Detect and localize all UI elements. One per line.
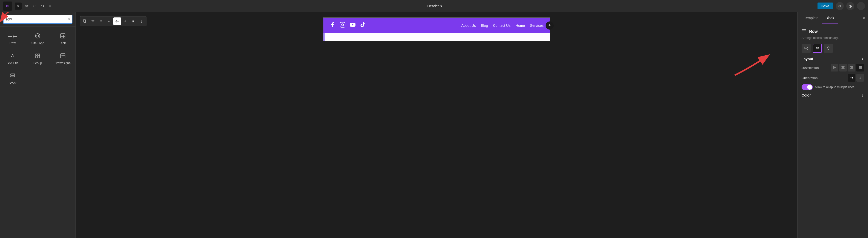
site-title-icon <box>10 53 16 60</box>
block-toolbar: + ■ ⋮ <box>80 16 147 26</box>
header-title-button[interactable]: Header ▾ <box>428 4 442 8</box>
layout-section-header: Layout ▲ <box>802 57 864 61</box>
instagram-icon <box>340 22 346 29</box>
search-box: × <box>0 12 75 27</box>
block-variant-row <box>802 44 864 53</box>
align-tool-button[interactable] <box>89 18 97 25</box>
block-grid: ⊣⊢ Row Site Logo Table <box>0 27 75 91</box>
canvas-area: + ■ ⋮ <box>76 12 797 238</box>
top-bar-right: Save ⚙ ◑ ⋮ <box>817 2 865 10</box>
wrap-toggle-switch[interactable] <box>802 84 813 90</box>
svg-point-25 <box>101 22 101 22</box>
block-label-group: Group <box>34 61 42 65</box>
justification-controls <box>831 64 864 71</box>
justification-label: Justification <box>802 66 819 70</box>
logo-text: DI <box>6 4 9 8</box>
block-item-table[interactable]: Table <box>50 29 75 49</box>
annotation-arrow-add-btn <box>730 53 770 78</box>
variant-row-button[interactable] <box>813 44 822 53</box>
left-align-tool-button[interactable] <box>113 18 121 25</box>
more-options-button[interactable]: ⋮ <box>857 2 865 10</box>
color-more-button[interactable]: ⋮ <box>861 93 864 97</box>
variant-link-button[interactable] <box>802 44 811 53</box>
block-item-group[interactable]: Group <box>25 49 51 69</box>
top-bar-center: Header ▾ <box>55 4 815 8</box>
just-right-button[interactable] <box>848 64 856 71</box>
more-tool-button[interactable]: ⋮ <box>137 18 145 25</box>
save-button[interactable]: Save <box>817 2 833 9</box>
site-preview: About Us Blog Contact Us Home Services + <box>323 17 550 41</box>
block-label-site-logo: Site Logo <box>31 41 44 45</box>
block-item-crowdsignal[interactable]: Crowdsignal <box>50 49 75 69</box>
layout-title: Layout <box>802 57 813 61</box>
svg-marker-59 <box>860 79 861 79</box>
block-item-site-title[interactable]: Site Title <box>0 49 25 69</box>
duplicate-tool-button[interactable] <box>81 18 89 25</box>
orient-horizontal-button[interactable] <box>848 74 856 82</box>
undo-button[interactable]: ↩ <box>32 2 37 9</box>
svg-point-2 <box>37 35 39 37</box>
move-up-tool-button[interactable] <box>105 18 113 25</box>
search-input[interactable] <box>3 14 72 24</box>
main-layout: × ⊣⊢ Row Site Logo <box>0 12 868 238</box>
close-editor-button[interactable]: × <box>14 2 22 9</box>
nav-blog: Blog <box>481 24 488 28</box>
search-clear-button[interactable]: × <box>68 17 70 22</box>
svg-rect-30 <box>340 22 345 27</box>
block-label-row: Row <box>9 41 16 45</box>
wrap-toggle-row: Allow to wrap to multiple lines <box>802 84 864 90</box>
svg-rect-17 <box>83 20 86 22</box>
right-panel-body: Row Arrange blocks horizontally. Layout … <box>798 24 868 105</box>
svg-marker-57 <box>852 77 853 79</box>
menu-button[interactable]: ≡ <box>48 3 52 9</box>
right-panel-header: Template Block × <box>798 12 868 24</box>
redo-button[interactable]: ↪ <box>40 2 45 9</box>
svg-point-32 <box>344 23 344 24</box>
wrap-label: Allow to wrap to multiple lines <box>815 85 864 89</box>
block-item-row[interactable]: ⊣⊢ Row <box>0 29 25 49</box>
theme-toggle-button[interactable]: ◑ <box>846 2 855 10</box>
orient-vertical-button[interactable] <box>857 74 864 82</box>
tab-block-label: Block <box>826 16 834 20</box>
block-label-site-title: Site Title <box>7 61 19 65</box>
block-item-stack[interactable]: Stack <box>0 69 25 89</box>
header-chevron-icon: ▾ <box>440 4 442 8</box>
table-icon <box>60 33 66 40</box>
orientation-row: Orientation <box>802 74 864 82</box>
just-center-button[interactable] <box>839 64 847 71</box>
block-name-label: Row <box>809 29 818 34</box>
svg-point-31 <box>342 24 344 26</box>
orientation-label: Orientation <box>802 76 818 80</box>
close-icon: × <box>17 4 19 8</box>
just-left-button[interactable] <box>831 64 838 71</box>
color-title: Color <box>802 93 811 97</box>
logo-button[interactable]: DI <box>3 1 12 10</box>
justification-row: Justification <box>802 64 864 71</box>
block-info: Row <box>802 28 864 35</box>
stack-icon <box>10 73 16 80</box>
just-fill-button[interactable] <box>857 64 864 71</box>
add-block-button[interactable]: + <box>546 22 554 30</box>
nav-about: About Us <box>461 24 476 28</box>
settings-button[interactable]: ⚙ <box>836 2 844 10</box>
drag-tool-button[interactable] <box>97 18 105 25</box>
facebook-icon <box>330 22 336 29</box>
tab-template[interactable]: Template <box>801 13 822 24</box>
block-item-site-logo[interactable]: Site Logo <box>25 29 51 49</box>
add-tool-button[interactable]: + <box>121 18 129 25</box>
row-icon: ⊣⊢ <box>8 33 18 40</box>
top-bar: DI × ✏ ↩ ↪ ≡ Header ▾ Save ⚙ ◑ ⋮ <box>0 0 868 12</box>
block-square-button[interactable]: ■ <box>129 18 137 25</box>
crowdsignal-icon <box>60 53 66 60</box>
tab-block[interactable]: Block <box>822 13 838 24</box>
preview-header: About Us Blog Contact Us Home Services + <box>323 18 550 33</box>
nav-home: Home <box>516 24 525 28</box>
layout-toggle-button[interactable]: ▲ <box>861 57 864 61</box>
variant-expand-button[interactable] <box>824 44 833 53</box>
right-panel: Template Block × Row Arrange blocks hori… <box>797 12 868 238</box>
youtube-icon <box>350 22 356 29</box>
right-panel-close-button[interactable]: × <box>863 16 865 21</box>
pencil-tool-button[interactable]: ✏ <box>24 2 30 9</box>
block-label-crowdsignal: Crowdsignal <box>55 61 71 65</box>
tiktok-icon <box>360 22 366 29</box>
